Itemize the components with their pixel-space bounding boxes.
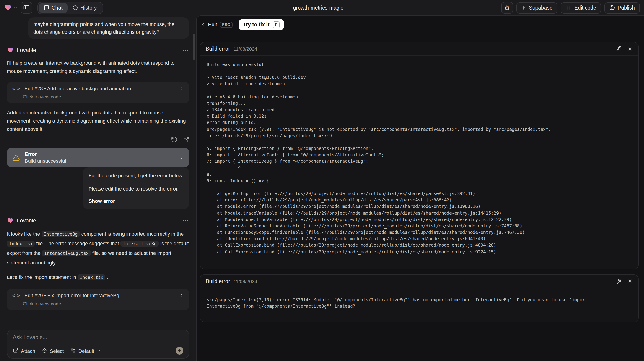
chevron-down-icon	[347, 6, 351, 10]
chat-history-switcher: Chat History	[38, 1, 103, 14]
f-key-badge: F	[273, 21, 280, 28]
wrench-icon	[616, 278, 622, 284]
assistant-message: I'll help create an interactive backgrou…	[7, 59, 189, 75]
lovable-app: Chat History growth-metrics-magic ⚙ Supa…	[0, 0, 644, 361]
edit-code-label: Edit code	[574, 5, 596, 10]
chevron-right-icon	[179, 293, 184, 298]
try-to-fix-label: Try to fix it	[243, 22, 269, 27]
publish-label: Publish	[618, 5, 635, 10]
code-icon: < >	[12, 86, 20, 91]
tab-chat[interactable]: Chat	[39, 3, 68, 12]
error-card[interactable]: Error Build unsuccessful	[7, 148, 189, 167]
open-external-icon[interactable]	[183, 136, 189, 142]
assistant-message-header: Lovable ···	[7, 217, 189, 224]
chevron-left-icon	[201, 22, 205, 27]
more-menu-button[interactable]: ···	[182, 47, 189, 53]
fix-wrench-button[interactable]	[616, 278, 622, 284]
error-view-header: Exit ESC Try to fix it F	[200, 19, 638, 30]
build-error-header: Build error 11/08/2024	[200, 42, 638, 56]
assistant-message: Let's fix the import statement in Index.…	[7, 273, 189, 282]
assistant-message-header: Lovable ···	[7, 46, 189, 54]
edit-card-28[interactable]: < > Edit #28 • Add interactive backgroun…	[7, 82, 189, 103]
select-button[interactable]: Select	[42, 348, 64, 354]
attach-label: Attach	[21, 348, 35, 354]
inline-code: InteractiveBg	[120, 241, 159, 247]
image-icon	[13, 348, 19, 354]
close-button[interactable]	[628, 46, 632, 51]
try-to-fix-button[interactable]: Try to fix it F	[238, 19, 284, 30]
chat-scrollbar[interactable]	[194, 34, 195, 60]
send-button[interactable]	[176, 347, 183, 355]
supabase-label: Supabase	[529, 5, 552, 10]
build-error-title: Build error	[206, 278, 230, 284]
sliders-icon	[70, 348, 76, 354]
inline-code: InteractiveBg	[42, 231, 80, 237]
panel-left-icon	[23, 4, 30, 11]
more-menu-button[interactable]: ···	[182, 217, 189, 224]
exit-button[interactable]: Exit ESC	[201, 21, 232, 28]
error-card-subtitle: Build unsuccessful	[25, 158, 66, 164]
assistant-message: It looks like the InteractiveBg componen…	[7, 229, 189, 267]
edit-card-title: Edit #29 • Fix import error for Interact…	[24, 293, 119, 298]
build-error-date: 11/08/2024	[234, 46, 257, 51]
user-message: For the code present, I get the error be…	[82, 167, 189, 209]
assistant-name: Lovable	[17, 47, 36, 53]
warning-triangle-icon	[12, 154, 20, 161]
close-button[interactable]	[628, 279, 632, 284]
globe-icon	[610, 5, 615, 10]
project-switcher[interactable]: growth-metrics-magic	[293, 0, 351, 15]
user-message-line: For the code present, I get the error be…	[88, 172, 183, 179]
topbar-actions: ⚙ Supabase Edit code Publish	[501, 2, 640, 14]
chat-input[interactable]	[13, 334, 183, 341]
message-actions	[7, 136, 189, 143]
fix-wrench-button[interactable]	[616, 46, 622, 51]
user-message: maybe diagramming points and when you mo…	[28, 17, 189, 39]
lovable-logo-menu[interactable]	[4, 4, 17, 11]
settings-button[interactable]: ⚙	[501, 2, 513, 14]
history-icon	[73, 5, 78, 10]
esc-key-badge: ESC	[220, 22, 232, 27]
supabase-button[interactable]: Supabase	[516, 2, 558, 13]
error-card-title: Error	[25, 151, 66, 157]
crosshair-icon	[42, 348, 48, 354]
close-icon	[628, 46, 632, 51]
edit-card-29[interactable]: < > Edit #29 • Fix import error for Inte…	[7, 289, 189, 310]
assistant-name: Lovable	[17, 217, 36, 224]
tab-history-label: History	[80, 5, 97, 10]
mode-label: Default	[78, 348, 94, 354]
arrow-up-icon	[178, 349, 182, 353]
build-error-card: Build error 11/08/2024 src/pages/Index.t…	[200, 274, 638, 322]
build-error-header: Build error 11/08/2024	[200, 275, 638, 288]
supabase-bolt-icon	[521, 5, 526, 10]
show-error-label: Show error	[88, 197, 183, 205]
close-icon	[628, 279, 632, 284]
build-error-title: Build error	[206, 46, 230, 51]
sidebar-toggle-button[interactable]	[20, 2, 32, 14]
composer: Attach Select Default	[7, 330, 189, 359]
select-label: Select	[50, 348, 64, 354]
chevron-right-icon	[179, 155, 184, 160]
project-name: growth-metrics-magic	[293, 5, 343, 10]
mode-dropdown[interactable]: Default	[70, 348, 101, 354]
chevron-down-icon	[14, 6, 17, 9]
lovable-heart-icon	[7, 217, 14, 224]
inline-code: Index.tsx	[78, 274, 106, 280]
chat-bubble-icon	[44, 5, 49, 10]
edit-card-subtitle: Click to view code	[23, 94, 184, 99]
tab-history[interactable]: History	[68, 3, 102, 12]
edit-card-subtitle: Click to view code	[23, 301, 184, 306]
attach-button[interactable]: Attach	[13, 348, 35, 354]
gear-icon: ⚙	[504, 4, 510, 11]
build-error-card: Build error 11/08/2024 Build was unsucce…	[200, 42, 638, 269]
edit-card-title: Edit #28 • Add interactive background an…	[24, 86, 131, 91]
tab-chat-label: Chat	[52, 5, 63, 10]
publish-button[interactable]: Publish	[604, 2, 640, 13]
code-brackets-icon	[566, 5, 572, 10]
exit-label: Exit	[208, 21, 217, 28]
restore-icon[interactable]	[171, 136, 178, 143]
lovable-heart-icon	[7, 47, 14, 53]
error-view: Exit ESC Try to fix it F Build error 11/…	[196, 15, 644, 361]
assistant-message: Added an interactive background with pin…	[7, 108, 189, 133]
chevron-right-icon	[179, 86, 184, 91]
edit-code-button[interactable]: Edit code	[561, 2, 601, 13]
